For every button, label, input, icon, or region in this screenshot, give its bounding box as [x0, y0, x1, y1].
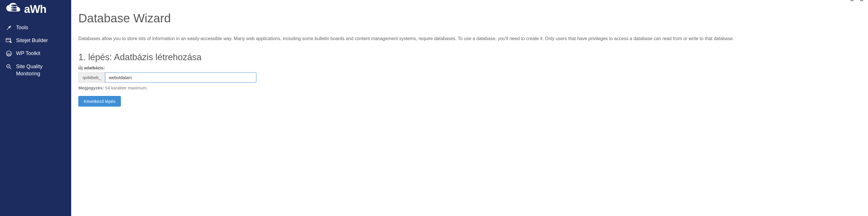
- sidebar-item-label: Site Quality Monitoring: [16, 63, 65, 77]
- sidebar-item-label: Sitejet Builder: [16, 37, 48, 44]
- svg-point-10: [7, 65, 10, 68]
- header-icon-1[interactable]: [850, 0, 854, 1]
- note: Megjegyzés: 54 karakter maximum.: [79, 85, 861, 90]
- page-title: Database Wizard: [79, 11, 861, 25]
- tools-icon: [6, 25, 12, 31]
- db-prefix: qviktbeb_: [79, 72, 105, 82]
- svg-line-11: [10, 68, 11, 69]
- sidebar-item-site-quality[interactable]: Site Quality Monitoring: [0, 60, 71, 80]
- wordpress-icon: [6, 50, 12, 57]
- sidebar-item-label: WP Toolkit: [16, 50, 40, 57]
- description-text: Databases allow you to store lots of inf…: [79, 35, 861, 42]
- svg-point-3: [12, 5, 13, 6]
- field-label: Új adatbázis:: [79, 65, 861, 70]
- input-group: qviktbeb_: [79, 72, 256, 82]
- db-name-input[interactable]: [105, 72, 256, 82]
- sidebar-item-wp-toolkit[interactable]: WP Toolkit: [0, 47, 71, 60]
- svg-rect-2: [11, 9, 17, 11]
- svg-rect-1: [11, 7, 17, 9]
- next-step-button[interactable]: Következő lépés: [79, 96, 121, 107]
- monitor-icon: [6, 64, 12, 70]
- sidebar-item-label: Tools: [16, 24, 28, 31]
- note-label: Megjegyzés:: [79, 85, 104, 90]
- top-bar: [71, 0, 868, 3]
- logo-icon: [6, 3, 23, 15]
- sidebar: aWh Tools Sitejet Builder: [0, 0, 71, 216]
- sidebar-item-sitejet[interactable]: Sitejet Builder: [0, 34, 71, 47]
- sitejet-icon: [6, 38, 12, 44]
- logo: aWh: [0, 3, 71, 21]
- step-title: 1. lépés: Adatbázis létrehozása: [79, 52, 861, 63]
- header-icon-2[interactable]: [860, 0, 863, 1]
- content-area: Database Wizard Databases allow you to s…: [71, 3, 868, 115]
- svg-point-4: [12, 7, 13, 8]
- note-text: 54 karakter maximum.: [104, 85, 148, 90]
- svg-rect-0: [11, 5, 17, 6]
- sidebar-item-tools[interactable]: Tools: [0, 21, 71, 34]
- logo-text: aWh: [24, 3, 46, 15]
- main-content: Database Wizard Databases allow you to s…: [71, 0, 868, 216]
- svg-point-5: [12, 10, 13, 10]
